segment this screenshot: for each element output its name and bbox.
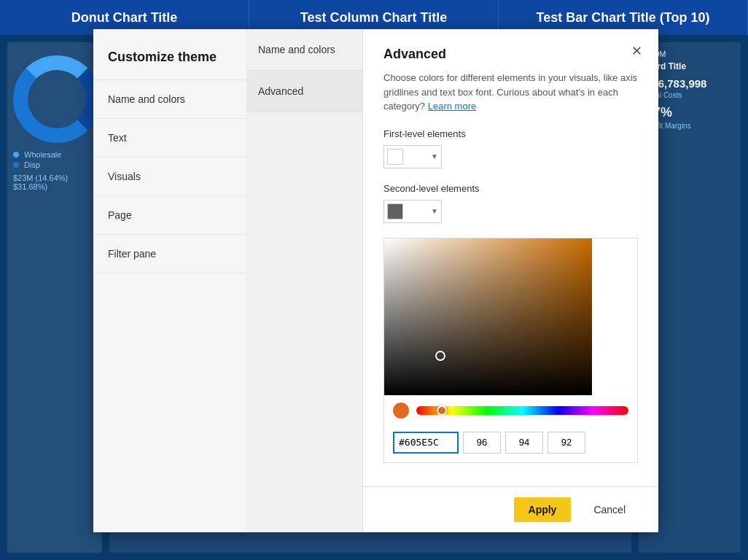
cancel-button[interactable]: Cancel	[578, 497, 641, 522]
sidebar-item-page[interactable]: Page	[93, 196, 246, 235]
sidebar-item-text[interactable]: Text	[93, 119, 246, 158]
total-costs-label: Total Costs	[646, 91, 733, 99]
hex-input[interactable]	[393, 432, 459, 454]
total-sales-value: $20M	[646, 50, 733, 58]
first-level-chevron-down-icon: ▼	[431, 152, 438, 160]
panel-footer: Apply Cancel	[363, 486, 658, 532]
second-level-color-dropdown[interactable]: ▼	[383, 200, 442, 223]
advanced-description: Choose colors for different elements in …	[383, 71, 638, 114]
customize-theme-panel: Customize theme Name and colors Text Vis…	[93, 29, 658, 532]
hue-color-preview	[393, 402, 409, 419]
value-2: $31.68%)	[13, 182, 96, 191]
first-level-color-dropdown[interactable]: ▼	[383, 145, 442, 168]
b-input[interactable]	[548, 432, 585, 454]
second-level-label: Second-level elements	[383, 183, 638, 194]
hue-slider-row	[384, 395, 637, 426]
color-inputs-row	[384, 426, 637, 462]
card-margin: 37%	[646, 105, 733, 120]
hue-thumb	[437, 405, 447, 416]
tab-advanced[interactable]: Advanced	[246, 71, 362, 112]
theme-content-area: ✕ Advanced Choose colors for different e…	[363, 29, 658, 532]
advanced-title: Advanced	[383, 47, 638, 62]
color-gradient[interactable]	[384, 238, 592, 395]
apply-button[interactable]: Apply	[514, 497, 572, 522]
legend-disp: Disp	[13, 160, 96, 169]
g-input[interactable]	[505, 432, 543, 454]
donut-chart	[13, 55, 101, 143]
r-input[interactable]	[463, 432, 501, 454]
first-level-swatch	[387, 149, 403, 165]
theme-sidebar: Customize theme Name and colors Text Vis…	[93, 29, 246, 532]
sidebar-item-filter-pane[interactable]: Filter pane	[93, 235, 246, 273]
panel-title: Customize theme	[93, 29, 246, 80]
second-level-swatch	[387, 203, 403, 219]
value-1: $23M (14.64%)	[13, 174, 96, 182]
tab-name-colors[interactable]: Name and colors	[246, 29, 362, 71]
hue-slider[interactable]	[416, 406, 628, 415]
close-button[interactable]: ✕	[626, 41, 647, 61]
sidebar-item-visuals[interactable]: Visuals	[93, 158, 246, 196]
profit-margin-label: Profit Margins	[646, 122, 733, 130]
gradient-dark	[384, 238, 592, 395]
card-title: Card Title	[646, 61, 733, 71]
card-dollar-value: $96,783,998	[646, 77, 733, 90]
legend-wholesale: Wholesale	[13, 150, 96, 159]
left-panel: Wholesale Disp $23M (14.64%) $31.68%)	[7, 42, 102, 553]
learn-more-link[interactable]: Learn more	[428, 101, 476, 112]
second-level-chevron-down-icon: ▼	[431, 207, 438, 215]
theme-tabs: Name and colors Advanced	[246, 29, 363, 532]
color-picker	[383, 238, 638, 463]
sidebar-item-name-colors[interactable]: Name and colors	[93, 80, 246, 119]
first-level-label: First-level elements	[383, 128, 638, 139]
